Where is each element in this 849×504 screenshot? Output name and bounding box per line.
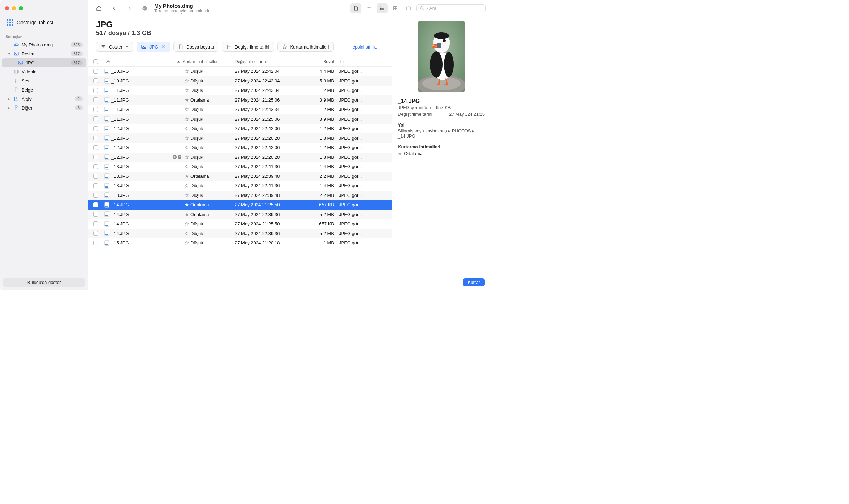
search-input[interactable]: ▾ Ara [416,4,486,12]
file-type: JPEG gör... [339,88,392,93]
row-checkbox[interactable] [93,174,98,179]
select-all-checkbox[interactable] [93,59,98,64]
table-row[interactable]: _10.JPG Düşük 27 May 2024 22:42:04 4,4 M… [88,67,392,76]
sidebar-item-label: Arşiv [22,96,73,102]
filter-probability-button[interactable]: Kurtarma ihtimalleri [277,42,334,52]
star-icon [183,145,190,150]
table-row[interactable]: _10.JPG Düşük 27 May 2024 22:43:04 5,3 M… [88,76,392,86]
row-checkbox[interactable] [93,231,98,236]
svg-rect-1 [9,19,11,21]
close-window-button[interactable] [5,6,9,10]
table-row[interactable]: _11.JPG Düşük 27 May 2024 22:43:34 1,2 M… [88,105,392,114]
row-checkbox[interactable] [93,88,98,93]
svg-rect-7 [9,24,11,26]
back-button[interactable] [109,3,120,13]
maximize-window-button[interactable] [19,6,23,10]
table-row[interactable]: _11.JPG Ortalama 27 May 2024 21:25:06 3,… [88,95,392,105]
table-row[interactable]: _12.JPG Düşük 27 May 2024 22:42:06 1,2 M… [88,143,392,153]
table-row[interactable]: _14.JPG Ortalama 27 May 2024 21:25:50 65… [88,200,392,210]
table-row[interactable]: _11.JPG Düşük 27 May 2024 21:25:06 3,9 M… [88,114,392,124]
column-type[interactable]: Tür [339,59,392,64]
filter-active-tag[interactable]: JPG ✕ [137,42,170,52]
table-row[interactable]: _12.JPG 👁# Düşük 27 May 2024 21:20:28 1,… [88,153,392,162]
file-size: 657 KB [304,202,339,207]
view-sidebar-button[interactable] [403,3,414,13]
svg-rect-68 [105,177,108,178]
table-row[interactable]: _13.JPG Ortalama 27 May 2024 22:39:48 2,… [88,172,392,181]
file-thumb-icon [103,173,111,179]
reset-filters-link[interactable]: Hepsini sıfırla [349,44,384,50]
file-name: _12.JPG [111,145,173,150]
row-checkbox[interactable] [93,126,98,131]
view-list-button[interactable] [377,3,388,13]
forward-button[interactable] [124,3,135,13]
row-checkbox[interactable] [93,221,98,226]
column-date[interactable]: Değiştirilme tarihi [235,59,304,64]
file-size: 1,8 MB [304,155,339,160]
row-checkbox[interactable] [93,145,98,150]
preview-type-size: JPEG görüntüsü – 657 KB [398,104,485,111]
reveal-in-finder-button[interactable]: Bulucu'da göster [3,278,85,287]
file-size: 1 MB [304,240,339,245]
svg-point-36 [420,6,423,9]
star-icon [183,88,190,93]
table-row[interactable]: _14.JPG Düşük 27 May 2024 22:39:36 5,2 M… [88,229,392,238]
filter-show-dropdown[interactable]: Göster [96,42,133,52]
preview-probability-value: Ortalama [404,151,422,156]
file-size: 5,3 MB [304,78,339,84]
column-size[interactable]: Boyut [304,59,339,64]
row-checkbox[interactable] [93,183,98,188]
home-button[interactable] [93,3,104,13]
filter-size-button[interactable]: Dosya boyutu [173,42,218,52]
filter-date-button[interactable]: Değiştirilme tarihi [222,42,274,52]
table-row[interactable]: _14.JPG Ortalama 27 May 2024 22:39:36 5,… [88,210,392,219]
minimize-window-button[interactable] [12,6,16,10]
row-checkbox[interactable] [93,116,98,121]
sidebar-item-diğer[interactable]: ▸Diğer6 [2,103,86,112]
row-checkbox[interactable] [93,193,98,198]
preview-probability-label: Kurtarma ihtimalleri [398,144,485,149]
sidebar-item-arşiv[interactable]: ▸Arşiv2 [2,94,86,103]
image-icon [141,44,147,50]
row-checkbox[interactable] [93,241,98,245]
row-checkbox[interactable] [93,69,98,74]
row-checkbox[interactable] [93,136,98,140]
modified-date: 27 May 2024 21:20:18 [235,240,304,245]
sidebar-item-ses[interactable]: Ses [2,76,86,85]
table-row[interactable]: _15.JPG Düşük 27 May 2024 21:20:18 1 MB … [88,238,392,248]
view-file-button[interactable] [350,3,361,13]
row-checkbox[interactable] [93,202,98,207]
svg-point-26 [380,8,381,8]
table-row[interactable]: _12.JPG Düşük 27 May 2024 21:20:28 1,8 M… [88,133,392,143]
sidebar-item-jpg[interactable]: JPG517 [2,58,86,67]
row-checkbox[interactable] [93,107,98,112]
sidebar-item-belge[interactable]: Belge [2,85,86,94]
table-row[interactable]: _13.JPG Düşük 27 May 2024 22:41:36 1,4 M… [88,162,392,172]
sidebar-item-my-photos.dmg[interactable]: My Photos.dmg525 [2,40,86,49]
table-row[interactable]: _13.JPG Düşük 27 May 2024 22:41:36 1,4 M… [88,181,392,191]
dashboard-link[interactable]: Gösterge Tablosu [3,17,85,28]
column-probability[interactable]: Kurtarma ihtimalleri [183,59,235,64]
sidebar-item-resim[interactable]: ▾Resim517 [2,49,86,58]
svg-point-91 [443,39,446,42]
row-checkbox[interactable] [93,78,98,83]
table-row[interactable]: _12.JPG Düşük 27 May 2024 22:42:06 1,2 M… [88,124,392,133]
row-checkbox[interactable] [93,97,98,102]
table-row[interactable]: _14.JPG Düşük 27 May 2024 21:25:50 657 K… [88,219,392,229]
star-icon [183,136,190,140]
view-grid-button[interactable] [390,3,401,13]
row-checkbox[interactable] [93,155,98,159]
table-row[interactable]: _11.JPG Düşük 27 May 2024 22:43:34 1,2 M… [88,86,392,95]
row-checkbox[interactable] [93,212,98,217]
view-folder-button[interactable] [363,3,375,13]
column-name[interactable]: Ad [103,59,183,64]
file-size: 1,4 MB [304,164,339,169]
file-size: 5,2 MB [304,231,339,236]
table-row[interactable]: _13.JPG Düşük 27 May 2024 22:39:48 2,2 M… [88,191,392,200]
remove-filter-icon[interactable]: ✕ [161,44,165,50]
file-name: _14.JPG [111,221,173,226]
row-checkbox[interactable] [93,164,98,169]
file-type: JPEG gör... [339,116,392,122]
recover-button[interactable]: Kurtar [463,278,485,286]
sidebar-item-videolar[interactable]: Videolar [2,67,86,76]
